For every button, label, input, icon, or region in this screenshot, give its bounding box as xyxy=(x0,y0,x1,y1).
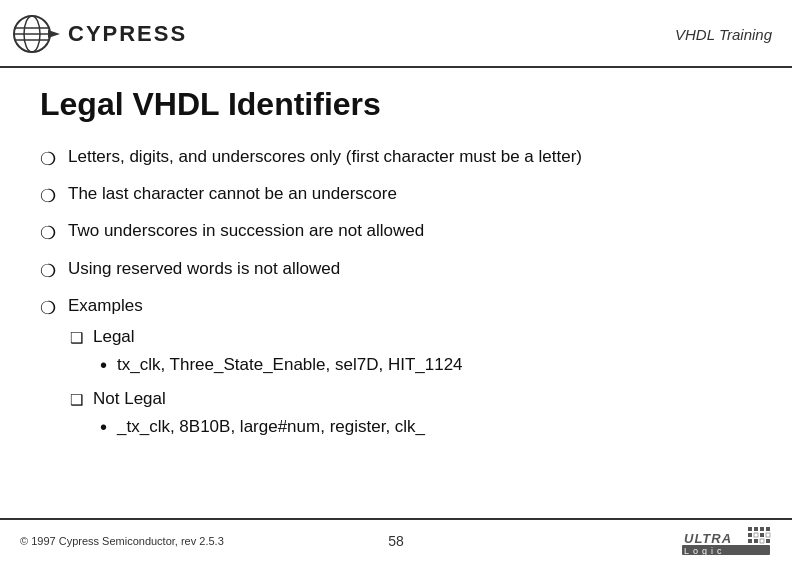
list-item: ❑ Legal • tx_clk, Three_State_Enable, se… xyxy=(70,325,463,381)
sub-sub-list: • tx_clk, Three_State_Enable, sel7D, HIT… xyxy=(100,353,463,377)
bullet-icon: ❍ xyxy=(40,221,56,246)
dot-bullet-icon: • xyxy=(100,415,107,439)
dot-bullet-icon: • xyxy=(100,353,107,377)
footer-copyright: © 1997 Cypress Semiconductor, rev 2.5.3 xyxy=(20,535,224,547)
bullet-text: Letters, digits, and underscores only (f… xyxy=(68,145,582,169)
bullet-text: Examples xyxy=(68,294,143,318)
bullet-icon: ❍ xyxy=(40,147,56,172)
sub-item-label: Legal xyxy=(93,325,135,349)
bullet-icon: ❍ xyxy=(40,296,56,321)
footer: © 1997 Cypress Semiconductor, rev 2.5.3 … xyxy=(0,518,792,562)
logo-area: CYPRESS xyxy=(10,8,187,60)
logo-text: CYPRESS xyxy=(68,21,187,47)
sub-sub-list: • _tx_clk, 8B10B, large#num, register, c… xyxy=(100,415,425,439)
svg-rect-20 xyxy=(766,539,770,543)
svg-rect-14 xyxy=(754,533,758,537)
bullet-text: The last character cannot be an undersco… xyxy=(68,182,397,206)
svg-rect-13 xyxy=(748,533,752,537)
bullet-text: Using reserved words is not allowed xyxy=(68,257,340,281)
svg-text:Logic: Logic xyxy=(684,546,726,556)
svg-rect-16 xyxy=(766,533,770,537)
footer-page-number: 58 xyxy=(388,533,404,549)
list-item: • _tx_clk, 8B10B, large#num, register, c… xyxy=(100,415,425,439)
list-item: ❍ Letters, digits, and underscores only … xyxy=(40,145,752,172)
svg-rect-18 xyxy=(754,539,758,543)
bullet-text: Two underscores in succession are not al… xyxy=(68,219,424,243)
bullet-icon: ❍ xyxy=(40,259,56,284)
sub-list: ❑ Legal • tx_clk, Three_State_Enable, se… xyxy=(70,325,463,443)
sub-bullet-icon: ❑ xyxy=(70,389,83,410)
header: CYPRESS VHDL Training xyxy=(0,0,792,68)
svg-rect-9 xyxy=(748,527,752,531)
svg-rect-11 xyxy=(760,527,764,531)
bullet-list: ❍ Letters, digits, and underscores only … xyxy=(40,145,752,449)
svg-rect-17 xyxy=(748,539,752,543)
sub-item-label: Not Legal xyxy=(93,387,166,411)
list-item: ❑ Not Legal • _tx_clk, 8B10B, large#num,… xyxy=(70,387,463,443)
svg-rect-19 xyxy=(760,539,764,543)
svg-marker-5 xyxy=(48,30,60,38)
cypress-logo-icon xyxy=(10,8,62,60)
slide: CYPRESS VHDL Training Legal VHDL Identif… xyxy=(0,0,792,562)
svg-rect-12 xyxy=(766,527,770,531)
list-item: ❍ Two underscores in succession are not … xyxy=(40,219,752,246)
sub-bullet-icon: ❑ xyxy=(70,327,83,348)
sub-sub-text: _tx_clk, 8B10B, large#num, register, clk… xyxy=(117,415,425,439)
list-item: ❍ Using reserved words is not allowed xyxy=(40,257,752,284)
footer-logo-area: ULTRA Logic xyxy=(682,525,772,557)
svg-text:ULTRA: ULTRA xyxy=(684,531,732,546)
list-item: • tx_clk, Three_State_Enable, sel7D, HIT… xyxy=(100,353,463,377)
list-item: ❍ The last character cannot be an unders… xyxy=(40,182,752,209)
svg-rect-10 xyxy=(754,527,758,531)
bullet-icon: ❍ xyxy=(40,184,56,209)
list-item: ❍ Examples ❑ Legal xyxy=(40,294,752,449)
ultra-logic-icon: ULTRA Logic xyxy=(682,525,772,557)
header-title: VHDL Training xyxy=(675,26,772,43)
slide-title: Legal VHDL Identifiers xyxy=(40,86,752,123)
sub-sub-text: tx_clk, Three_State_Enable, sel7D, HIT_1… xyxy=(117,353,463,377)
svg-rect-15 xyxy=(760,533,764,537)
main-content: Legal VHDL Identifiers ❍ Letters, digits… xyxy=(0,68,792,469)
